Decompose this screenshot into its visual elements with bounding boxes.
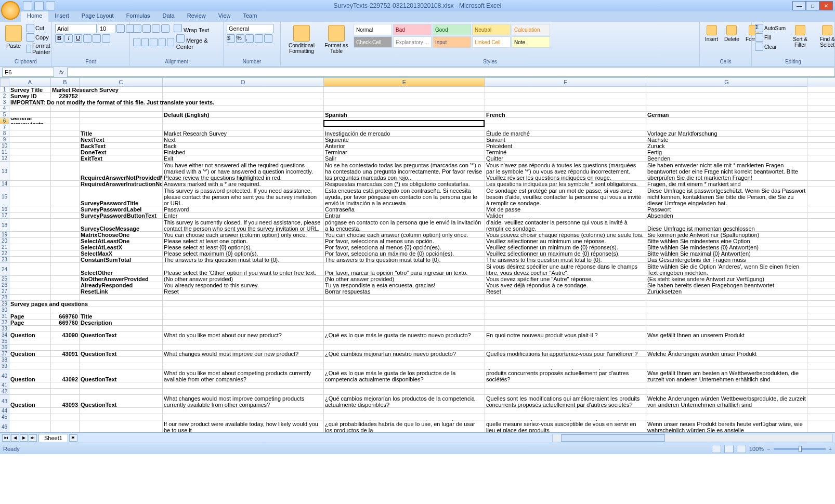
- cell[interactable]: [324, 344, 485, 351]
- cell[interactable]: Anterior: [324, 143, 485, 149]
- cell[interactable]: Ce sondage est présentement fermé. Si vo…: [485, 219, 646, 232]
- cell[interactable]: Zurück: [646, 143, 807, 149]
- style-linkedcell[interactable]: Linked Cell: [472, 36, 511, 48]
- cell[interactable]: [646, 93, 807, 99]
- office-button[interactable]: [1, 1, 20, 20]
- row-headers[interactable]: 1234567891011121314151617181920212223242…: [0, 87, 9, 432]
- cell[interactable]: [80, 414, 163, 420]
- maximize-button[interactable]: □: [806, 1, 819, 10]
- worksheet-grid[interactable]: ABCDEFG 12345678910111213141516171819202…: [0, 78, 835, 432]
- cell[interactable]: [51, 257, 80, 263]
- cell[interactable]: [163, 320, 324, 326]
- cell[interactable]: Siguiente: [324, 137, 485, 143]
- cell[interactable]: [51, 344, 80, 351]
- cell[interactable]: Back: [163, 143, 324, 149]
- col-header-F[interactable]: F: [485, 78, 646, 87]
- cell[interactable]: [9, 282, 51, 288]
- cell[interactable]: [646, 295, 807, 301]
- cell[interactable]: Spanish: [324, 112, 485, 118]
- cell[interactable]: [485, 363, 646, 369]
- cell-styles-gallery[interactable]: NormalBadGoodNeutralCalculationCheck Cel…: [354, 24, 550, 48]
- number-format-input[interactable]: [227, 24, 273, 33]
- row-header[interactable]: 12: [0, 155, 9, 162]
- cell[interactable]: [9, 187, 51, 206]
- row-header[interactable]: 23: [0, 257, 9, 263]
- cell[interactable]: [51, 118, 80, 124]
- cell[interactable]: [9, 149, 51, 155]
- row-header[interactable]: 11: [0, 149, 9, 155]
- cell[interactable]: Sie können jede Antwort nur (Spaltenopti…: [646, 232, 807, 238]
- cell[interactable]: [485, 408, 646, 414]
- cell[interactable]: Esta encuesta está protegido con contras…: [324, 187, 485, 206]
- cell[interactable]: Sie haben entweder nicht alle mit * mark…: [646, 162, 807, 181]
- cell[interactable]: SelectMaxX: [80, 250, 163, 257]
- style-normal[interactable]: Normal: [354, 24, 392, 35]
- qat-save-icon[interactable]: [23, 1, 32, 10]
- cell[interactable]: IMPORTANT: Do not modify the format of t…: [9, 99, 51, 105]
- cell[interactable]: [9, 181, 51, 187]
- cell[interactable]: [80, 357, 163, 363]
- paste-button[interactable]: Paste: [3, 24, 24, 50]
- cell[interactable]: [163, 87, 324, 93]
- underline-icon[interactable]: U: [74, 34, 82, 43]
- conditional-formatting-button[interactable]: Conditional Formatting: [284, 24, 319, 55]
- cell[interactable]: [485, 295, 646, 301]
- cell[interactable]: [9, 213, 51, 219]
- cell[interactable]: [9, 307, 51, 313]
- row-header[interactable]: 8: [0, 130, 9, 137]
- cell[interactable]: Por favor, selecciona al menos {0} opció…: [324, 244, 485, 250]
- cell[interactable]: Reset: [163, 288, 324, 295]
- cell[interactable]: [9, 338, 51, 344]
- row-header[interactable]: 34: [0, 332, 9, 338]
- cell[interactable]: [80, 105, 163, 112]
- cell[interactable]: Password: [163, 206, 324, 213]
- normal-view-button[interactable]: [712, 445, 721, 453]
- cell[interactable]: Next: [163, 137, 324, 143]
- zoom-slider[interactable]: [774, 448, 826, 450]
- cell[interactable]: Les questions indiquées par les symbole …: [485, 181, 646, 187]
- cell[interactable]: [80, 408, 163, 414]
- cell[interactable]: [51, 288, 80, 295]
- align-bottom-icon[interactable]: [152, 24, 160, 33]
- cell[interactable]: Terminar: [324, 149, 485, 155]
- cell[interactable]: AlreadyResponded: [80, 282, 163, 288]
- cell[interactable]: Description: [80, 320, 163, 326]
- cell[interactable]: Bitte wählen Sie mindestens eine Option: [646, 238, 807, 244]
- wrap-text-button[interactable]: Wrap Text: [174, 24, 209, 33]
- align-center-icon[interactable]: [141, 38, 149, 46]
- cell[interactable]: [163, 408, 324, 414]
- style-note[interactable]: Note: [512, 36, 550, 48]
- cell[interactable]: [9, 276, 51, 282]
- row-header[interactable]: 10: [0, 143, 9, 149]
- cell[interactable]: Market Research Survey: [163, 130, 324, 137]
- row-header[interactable]: 35: [0, 338, 9, 344]
- cell[interactable]: [646, 99, 807, 105]
- cell[interactable]: SurveyPasswordLabel: [80, 206, 163, 213]
- align-top-icon[interactable]: [133, 24, 141, 33]
- cell[interactable]: [51, 357, 80, 363]
- cell[interactable]: [163, 124, 324, 130]
- cell[interactable]: SurveyPasswordButtonText: [80, 213, 163, 219]
- cell[interactable]: [324, 307, 485, 313]
- cell[interactable]: [9, 414, 51, 420]
- cell[interactable]: [646, 357, 807, 363]
- cell[interactable]: [9, 408, 51, 414]
- row-header[interactable]: 32: [0, 320, 9, 326]
- cell[interactable]: Valider: [485, 213, 646, 219]
- horizontal-scrollbar[interactable]: [552, 434, 833, 442]
- cell[interactable]: Answers marked with a * are required.: [163, 181, 324, 187]
- cell[interactable]: Veuillez sélectionner un maximum de {0} …: [485, 250, 646, 257]
- cell[interactable]: Default (English): [163, 112, 324, 118]
- cell[interactable]: [9, 112, 51, 118]
- cell[interactable]: [9, 124, 51, 130]
- cell[interactable]: Welche Änderungen würden unser Produkt: [646, 351, 807, 357]
- align-right-icon[interactable]: [150, 38, 157, 46]
- cell[interactable]: Si notre nouveau produit était disponibl…: [485, 420, 646, 432]
- cell[interactable]: [51, 162, 80, 181]
- cell[interactable]: [80, 307, 163, 313]
- grow-font-icon[interactable]: [116, 24, 125, 33]
- cell[interactable]: [51, 282, 80, 288]
- cell[interactable]: SurveyPasswordTitle: [80, 187, 163, 206]
- cell[interactable]: Terminé: [485, 149, 646, 155]
- cell[interactable]: [324, 326, 485, 332]
